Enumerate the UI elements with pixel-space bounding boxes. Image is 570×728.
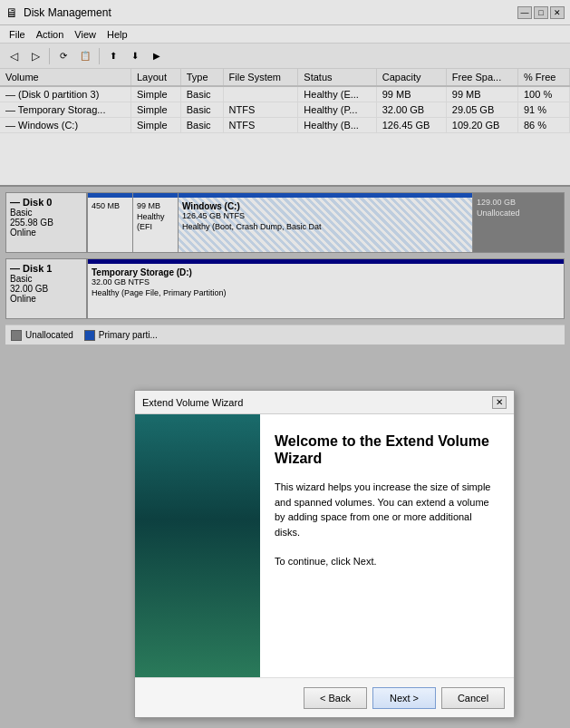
wizard-sidebar: [135, 414, 260, 677]
next-button[interactable]: Next >: [372, 687, 436, 709]
wizard-close-button[interactable]: ✕: [492, 396, 507, 409]
wizard-footer: < Back Next > Cancel: [135, 677, 514, 717]
wizard-description: This wizard helps you increase the size …: [275, 480, 499, 539]
wizard-continue-text: To continue, click Next.: [275, 556, 499, 567]
cancel-button[interactable]: Cancel: [441, 687, 505, 709]
wizard-body: Welcome to the Extend VolumeWizard This …: [135, 414, 514, 677]
wizard-title-text: Extend Volume Wizard: [142, 397, 243, 408]
back-button[interactable]: < Back: [304, 687, 367, 709]
wizard-heading: Welcome to the Extend VolumeWizard: [275, 432, 499, 467]
wizard-title-bar: Extend Volume Wizard ✕: [135, 391, 514, 414]
wizard-content: Welcome to the Extend VolumeWizard This …: [260, 414, 514, 677]
extend-volume-wizard: Extend Volume Wizard ✕ Welcome to the Ex…: [134, 390, 515, 718]
